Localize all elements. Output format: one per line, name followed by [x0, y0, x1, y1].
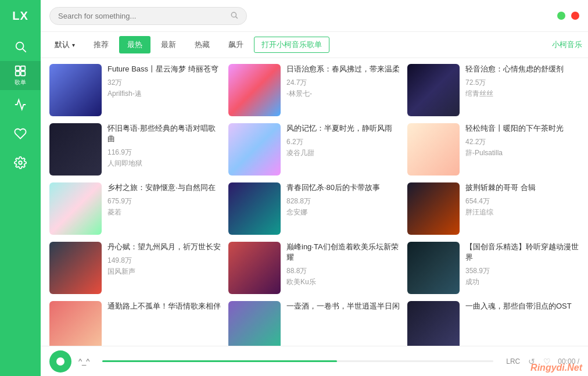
player-progress-fill: [102, 360, 337, 362]
music-title: 一曲入魂，那些自带泪点的OST: [465, 301, 579, 311]
music-author: Aprilfish-逺: [107, 89, 221, 99]
player-controls: LRC ↺ ♡: [506, 357, 551, 366]
svg-rect-4: [16, 71, 20, 76]
music-author: -林景七-: [286, 89, 400, 99]
svg-rect-5: [21, 71, 25, 76]
music-card-9[interactable]: 披荆斩棘的哥哥 合辑 654.4万 胖汪追综: [407, 182, 579, 235]
search-box[interactable]: [49, 7, 247, 25]
music-count: 88.8万: [286, 266, 400, 276]
music-info: 轻松纯音丨暖阳的下午茶时光 42.2万 辞-Pulsatilla: [465, 123, 579, 158]
music-author: 人间即地狱: [107, 159, 221, 169]
player-time: 00:00 /: [558, 357, 579, 366]
like-icon[interactable]: ♡: [543, 357, 551, 366]
music-thumb: [49, 64, 102, 116]
music-title: Future Bass丨星云海梦 绮丽苍穹: [107, 64, 221, 74]
music-card-8[interactable]: 青春回忆杀·80后的卡带故事 828.8万 念安娜: [228, 182, 400, 235]
sidebar-item-library[interactable]: 歌单: [0, 61, 41, 90]
search-input[interactable]: [58, 12, 227, 20]
music-card-1[interactable]: Future Bass丨星云海梦 绮丽苍穹 32万 Aprilfish-逺: [49, 64, 221, 116]
music-thumb: [407, 242, 460, 294]
music-title: 日语治愈系：春风拂过，带来温柔: [286, 64, 400, 74]
music-author: 辞-Pulsatilla: [465, 148, 579, 158]
music-card-11[interactable]: 巅峰ing·TA们创造着欧美乐坛新荣耀 88.8万 欧美Ku乐: [228, 242, 400, 294]
music-title: 通勤路上不孤单！华语情歌来相伴: [107, 301, 221, 311]
music-card-13[interactable]: 通勤路上不孤单！华语情歌来相伴: [49, 301, 221, 346]
music-card-15[interactable]: 一曲入魂，那些自带泪点的OST: [407, 301, 579, 346]
music-card-6[interactable]: 轻松纯音丨暖阳的下午茶时光 42.2万 辞-Pulsatilla: [407, 123, 579, 176]
music-title: 轻松纯音丨暖阳的下午茶时光: [465, 123, 579, 134]
music-thumb: [49, 301, 102, 346]
music-card-2[interactable]: 日语治愈系：春风拂过，带来温柔 24.7万 -林景七-: [228, 64, 400, 116]
tab-recommend[interactable]: 推荐: [85, 36, 117, 53]
music-info: 青春回忆杀·80后的卡带故事 828.8万 念安娜: [286, 182, 400, 217]
dot-red-indicator: [571, 12, 579, 20]
music-author: 菱若: [107, 207, 221, 217]
sidebar-item-settings[interactable]: [0, 148, 41, 177]
music-count: 42.2万: [465, 137, 579, 147]
tab-latest[interactable]: 最新: [153, 36, 184, 53]
music-thumb: [49, 182, 102, 235]
music-info: 巅峰ing·TA们创造着欧美乐坛新荣耀 88.8万 欧美Ku乐: [286, 242, 400, 287]
music-thumb: [407, 64, 460, 116]
dot-green-indicator: [557, 12, 565, 20]
music-thumb: [228, 64, 281, 116]
tab-rise[interactable]: 飙升: [220, 36, 252, 53]
music-title: 丹心赋：望九州风月，祈万世长安: [107, 242, 221, 252]
music-info: 日语治愈系：春风拂过，带来温柔 24.7万 -林景七-: [286, 64, 400, 99]
chevron-down-icon: ▾: [72, 42, 75, 48]
music-count: 654.4万: [465, 196, 579, 206]
music-title: 青春回忆杀·80后的卡带故事: [286, 182, 400, 193]
music-info: 披荆斩棘的哥哥 合辑 654.4万 胖汪追综: [465, 182, 579, 217]
repeat-icon[interactable]: ↺: [528, 357, 535, 366]
sidebar-item-chart[interactable]: [0, 90, 41, 119]
music-card-3[interactable]: 轻音治愈：心情焦虑的舒缓剂 72.5万 绾青丝丝: [407, 64, 579, 116]
music-card-10[interactable]: 丹心赋：望九州风月，祈万世长安 149.8万 国风新声: [49, 242, 221, 294]
main-area: 默认 ▾ 推荐 最热 最新 热藏 飙升 打开小柯音乐歌单 小柯音乐 Future: [41, 0, 588, 376]
music-info: 风的记忆：半夏时光，静听风雨 6.2万 凌谷几甜: [286, 123, 400, 158]
music-thumb: [228, 242, 281, 294]
music-title: 怀旧粤语·那些经典的粤语对唱歌曲: [107, 123, 221, 144]
music-info: 一曲入魂，那些自带泪点的OST: [465, 301, 579, 311]
music-count: 828.8万: [286, 196, 400, 206]
music-thumb: [407, 123, 460, 176]
music-count: 358.9万: [465, 266, 579, 276]
music-info: 乡村之旅：安静惬意·与自然同在 675.9万 菱若: [107, 182, 221, 217]
svg-rect-3: [21, 66, 25, 70]
music-card-14[interactable]: 一壶酒，一卷书，半世逍遥半日闲: [228, 301, 400, 346]
music-thumb: [49, 123, 102, 176]
sidebar-item-search[interactable]: [0, 32, 41, 61]
music-thumb: [228, 182, 281, 235]
svg-line-1: [23, 49, 26, 52]
nav-right-label[interactable]: 小柯音乐: [552, 40, 582, 50]
player-disc-inner: [56, 357, 64, 366]
music-thumb: [407, 182, 460, 235]
tab-trending[interactable]: 热藏: [187, 36, 218, 53]
sidebar: LX 歌单: [0, 0, 41, 376]
music-info: 轻音治愈：心情焦虑的舒缓剂 72.5万 绾青丝丝: [465, 64, 579, 99]
music-title: 【国创音乐精选】聆听穿越动漫世界: [465, 242, 579, 263]
tab-open-playlist[interactable]: 打开小柯音乐歌单: [254, 37, 329, 53]
music-count: 675.9万: [107, 196, 221, 206]
music-title: 风的记忆：半夏时光，静听风雨: [286, 123, 400, 134]
header: [41, 0, 588, 32]
music-count: 6.2万: [286, 137, 400, 147]
music-count: 32万: [107, 78, 221, 88]
music-author: 绾青丝丝: [465, 89, 579, 99]
music-thumb: [407, 301, 460, 346]
tab-default[interactable]: 默认 ▾: [46, 36, 83, 53]
music-card-4[interactable]: 怀旧粤语·那些经典的粤语对唱歌曲 116.9万 人间即地狱: [49, 123, 221, 176]
app-logo: LX: [0, 0, 41, 32]
music-title: 披荆斩棘的哥哥 合辑: [465, 182, 579, 193]
nav-tabs: 默认 ▾ 推荐 最热 最新 热藏 飙升 打开小柯音乐歌单 小柯音乐: [41, 32, 588, 58]
music-card-5[interactable]: 风的记忆：半夏时光，静听风雨 6.2万 凌谷几甜: [228, 123, 400, 176]
tab-hot[interactable]: 最热: [119, 36, 150, 53]
music-thumb: [49, 242, 102, 294]
lrc-button[interactable]: LRC: [506, 357, 520, 366]
music-card-12[interactable]: 【国创音乐精选】聆听穿越动漫世界 358.9万 成功: [407, 242, 579, 294]
music-title: 轻音治愈：心情焦虑的舒缓剂: [465, 64, 579, 74]
music-author: 成功: [465, 277, 579, 287]
player-progress-bar[interactable]: [102, 360, 493, 362]
music-info: 一壶酒，一卷书，半世逍遥半日闲: [286, 301, 400, 311]
sidebar-item-favorite[interactable]: [0, 119, 41, 148]
music-card-7[interactable]: 乡村之旅：安静惬意·与自然同在 675.9万 菱若: [49, 182, 221, 235]
